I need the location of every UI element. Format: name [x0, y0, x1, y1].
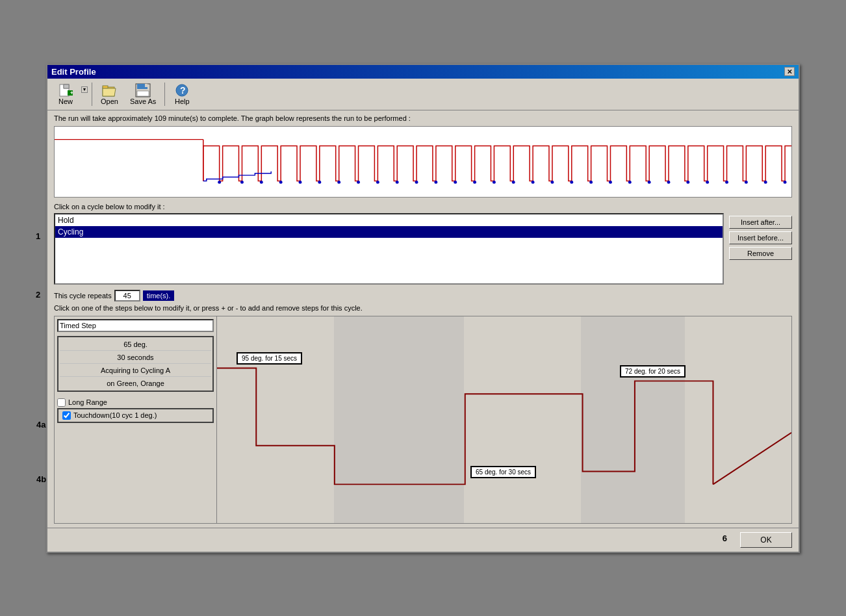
svg-point-23 [415, 180, 418, 183]
graph-label-1: 95 deg. for 15 secs [237, 352, 302, 365]
ok-button[interactable]: OK [740, 532, 792, 548]
cycle-item-cycling[interactable]: Cycling [55, 226, 723, 238]
step-param-channels: on Green, Orange [60, 378, 211, 389]
long-range-row: Long Range [57, 397, 214, 408]
svg-point-37 [686, 180, 689, 183]
svg-point-38 [706, 180, 709, 183]
content-area: The run will take approximately 109 minu… [47, 110, 799, 528]
svg-point-13 [218, 180, 221, 183]
svg-point-30 [550, 180, 554, 183]
touchdown-checkbox[interactable] [62, 411, 71, 420]
svg-text:+: + [70, 90, 73, 96]
cycle-list-area: 1 Hold Cycling Insert after... Insert be… [54, 213, 792, 285]
svg-point-33 [609, 180, 612, 183]
long-range-label: Long Range [68, 398, 107, 406]
svg-point-26 [473, 180, 476, 183]
separator2 [164, 83, 165, 106]
insert-after-button[interactable]: Insert after... [729, 216, 792, 229]
new-dropdown-arrow[interactable]: ▼ [81, 86, 88, 93]
svg-point-17 [299, 180, 302, 183]
help-button[interactable]: ? Help [169, 81, 195, 107]
save-as-button[interactable]: Save As [125, 81, 160, 107]
step-type-select[interactable]: Timed Step [57, 319, 214, 332]
info-text: The run will take approximately 109 minu… [54, 114, 792, 122]
svg-rect-6 [103, 86, 108, 88]
cycle-list[interactable]: Hold Cycling [54, 213, 724, 285]
svg-point-14 [240, 180, 244, 183]
svg-point-41 [764, 180, 767, 183]
toolbar: + New ▼ Open [47, 79, 799, 110]
svg-point-28 [512, 180, 515, 183]
open-label: Open [101, 97, 118, 105]
svg-marker-2 [64, 84, 69, 88]
step-param-time: 30 seconds [60, 352, 211, 364]
main-window: Edit Profile ✕ + New ▼ [46, 64, 800, 553]
svg-point-21 [376, 180, 379, 183]
new-icon: + [58, 83, 73, 97]
repeat-suffix: time(s). [143, 290, 175, 301]
step-area: 4a 4b Timed Step 65 deg. 30 seconds Acqu… [54, 316, 792, 524]
cycle-buttons: Insert after... Insert before... Remove [729, 213, 792, 285]
bottom-bar: 6 OK [47, 528, 799, 552]
svg-point-19 [337, 180, 340, 183]
marker-4b: 4b [36, 474, 46, 484]
new-label: New [58, 97, 73, 105]
repeat-count-input[interactable] [114, 290, 140, 302]
svg-point-24 [434, 180, 437, 183]
title-bar: Edit Profile ✕ [47, 65, 799, 79]
svg-point-35 [648, 180, 651, 183]
svg-point-36 [667, 180, 671, 183]
open-icon [101, 83, 117, 97]
marker-2: 2 [36, 290, 40, 300]
open-button[interactable]: Open [96, 81, 123, 107]
step-left-panel: 4a 4b Timed Step 65 deg. 30 seconds Acqu… [55, 316, 217, 523]
svg-point-42 [784, 180, 787, 183]
new-button[interactable]: + New [53, 81, 79, 107]
svg-point-20 [357, 180, 360, 183]
svg-point-15 [260, 180, 263, 183]
long-range-checkbox[interactable] [57, 398, 66, 407]
close-button[interactable]: ✕ [784, 67, 795, 76]
svg-text:?: ? [180, 85, 186, 96]
save-icon [135, 83, 151, 97]
svg-point-34 [628, 180, 632, 183]
svg-point-18 [318, 180, 321, 183]
remove-button[interactable]: Remove [729, 247, 792, 260]
repeat-row: 2 This cycle repeats time(s). [54, 290, 792, 302]
touchdown-row: Touchdown(10 cyc 1 deg.) [57, 408, 214, 423]
svg-point-27 [493, 180, 496, 183]
svg-point-32 [589, 180, 593, 183]
help-label: Help [175, 97, 190, 105]
step-param-acquire: Acquiring to Cycling A [60, 365, 211, 377]
cycle-section-label: Click on a cycle below to modify it : [54, 203, 792, 211]
svg-rect-9 [145, 84, 147, 87]
svg-point-29 [532, 180, 535, 183]
insert-before-button[interactable]: Insert before... [729, 231, 792, 244]
marker-6: 6 [723, 533, 727, 543]
step-section-label: Click on one of the steps below to modif… [54, 304, 792, 312]
svg-point-39 [725, 180, 728, 183]
help-icon: ? [174, 83, 190, 97]
svg-point-22 [396, 180, 399, 183]
window-title: Edit Profile [51, 67, 96, 77]
graph-label-2: 65 deg. for 30 secs [470, 466, 536, 478]
svg-point-40 [745, 180, 748, 183]
step-graph-area: 3 4 5 - + [217, 316, 791, 523]
svg-rect-10 [137, 91, 149, 96]
marker-4a: 4a [36, 420, 45, 430]
cycle-item-hold[interactable]: Hold [55, 214, 723, 226]
marker-1: 1 [36, 231, 40, 241]
touchdown-label: Touchdown(10 cyc 1 deg.) [73, 411, 157, 419]
svg-point-16 [279, 180, 283, 183]
main-graph [54, 126, 792, 198]
repeat-prefix: This cycle repeats [54, 292, 112, 300]
svg-point-31 [570, 180, 573, 183]
step-type-row: Timed Step [57, 319, 214, 332]
graph-label-3: 72 deg. for 20 secs [620, 365, 686, 378]
separator1 [92, 83, 92, 106]
save-as-label: Save As [130, 97, 156, 105]
step-params-box: 65 deg. 30 seconds Acquiring to Cycling … [57, 336, 214, 392]
svg-point-25 [454, 180, 457, 183]
step-param-temp: 65 deg. [60, 339, 211, 351]
